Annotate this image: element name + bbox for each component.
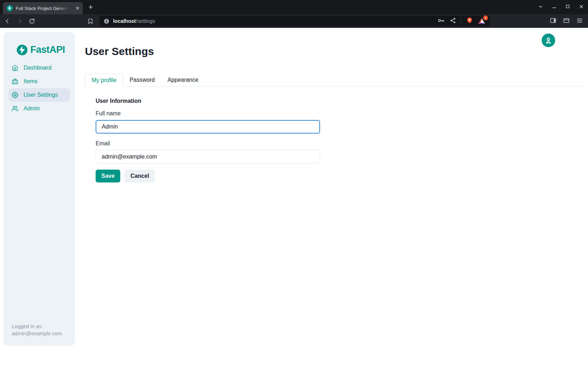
forward-icon[interactable]	[16, 17, 24, 25]
wallet-icon[interactable]	[563, 17, 570, 25]
sidebar: FastAPI Dashboard Items User Settings Ad…	[4, 32, 75, 346]
browser-tab[interactable]: Full Stack Project Genera ✕	[3, 2, 83, 14]
back-icon[interactable]	[4, 17, 11, 25]
logged-in-email: admin@example.com	[12, 330, 70, 337]
tab-password[interactable]: Password	[123, 74, 161, 86]
browser-tab-strip: Full Stack Project Genera ✕ +	[0, 0, 588, 14]
rewards-badge: 1	[483, 15, 488, 20]
url-path: /settings	[136, 18, 155, 24]
full-name-input[interactable]	[96, 120, 320, 134]
main-content: User Settings My profile Password Appear…	[85, 28, 584, 182]
site-info-icon[interactable]	[103, 18, 110, 24]
sidebar-item-user-settings[interactable]: User Settings	[9, 88, 70, 102]
bookmark-icon[interactable]	[86, 17, 94, 25]
sidebar-nav: Dashboard Items User Settings Admin	[4, 61, 75, 115]
tab-search-chevron-icon[interactable]	[537, 3, 544, 10]
tab-title-fade	[58, 2, 73, 14]
users-icon	[12, 105, 18, 112]
page-title: User Settings	[85, 45, 584, 57]
url-text: localhost/settings	[113, 18, 155, 24]
user-menu-button[interactable]	[542, 34, 555, 47]
section-title: User Information	[96, 97, 584, 105]
toolbar-divider	[461, 18, 461, 24]
app-page: FastAPI Dashboard Items User Settings Ad…	[0, 28, 588, 366]
fastapi-logo-icon	[17, 45, 27, 55]
brave-rewards-icon[interactable]: 1	[478, 17, 486, 25]
tab-appearance[interactable]: Appearance	[161, 74, 205, 86]
cancel-button[interactable]: Cancel	[125, 170, 154, 182]
logged-in-footer: Logged in as: admin@example.com	[4, 323, 75, 346]
fastapi-favicon-icon	[6, 5, 13, 11]
sidebar-item-label: User Settings	[24, 92, 58, 98]
window-minimize-icon[interactable]	[551, 3, 557, 10]
url-bar[interactable]: localhost/settings 1	[99, 16, 490, 26]
sidebar-item-label: Dashboard	[24, 65, 51, 71]
menu-icon[interactable]	[576, 17, 583, 25]
settings-tabs: My profile Password Appearance	[85, 74, 584, 86]
tab-close-icon[interactable]: ✕	[74, 5, 81, 11]
gear-icon	[12, 92, 18, 98]
brave-shield-icon[interactable]	[466, 17, 473, 25]
sidebar-item-admin[interactable]: Admin	[9, 102, 70, 115]
profile-panel: User Information Full name Email Save Ca…	[85, 97, 584, 182]
reload-icon[interactable]	[28, 17, 36, 25]
share-icon[interactable]	[450, 17, 456, 25]
logo-text: FastAPI	[30, 44, 65, 55]
sidebar-item-items[interactable]: Items	[9, 75, 70, 88]
sidebar-item-dashboard[interactable]: Dashboard	[9, 61, 70, 75]
email-label: Email	[96, 140, 584, 147]
sidebar-item-label: Items	[24, 78, 37, 85]
full-name-label: Full name	[96, 110, 584, 117]
sidebar-item-label: Admin	[24, 105, 40, 112]
window-maximize-icon[interactable]	[564, 3, 571, 10]
browser-toolbar: localhost/settings 1	[0, 14, 588, 28]
briefcase-icon	[12, 78, 18, 85]
fastapi-logo: FastAPI	[17, 44, 75, 55]
tab-my-profile[interactable]: My profile	[85, 74, 123, 86]
sidebar-toggle-icon[interactable]	[550, 17, 557, 25]
home-icon	[12, 65, 18, 71]
logged-in-label: Logged in as:	[12, 323, 70, 330]
new-tab-icon[interactable]: +	[88, 3, 93, 11]
form-actions: Save Cancel	[96, 170, 584, 182]
email-input[interactable]	[96, 150, 320, 164]
url-host: localhost	[113, 18, 136, 24]
save-button[interactable]: Save	[96, 170, 120, 182]
user-astronaut-icon	[544, 36, 552, 44]
window-close-icon[interactable]	[578, 3, 584, 10]
key-icon[interactable]	[437, 17, 445, 26]
